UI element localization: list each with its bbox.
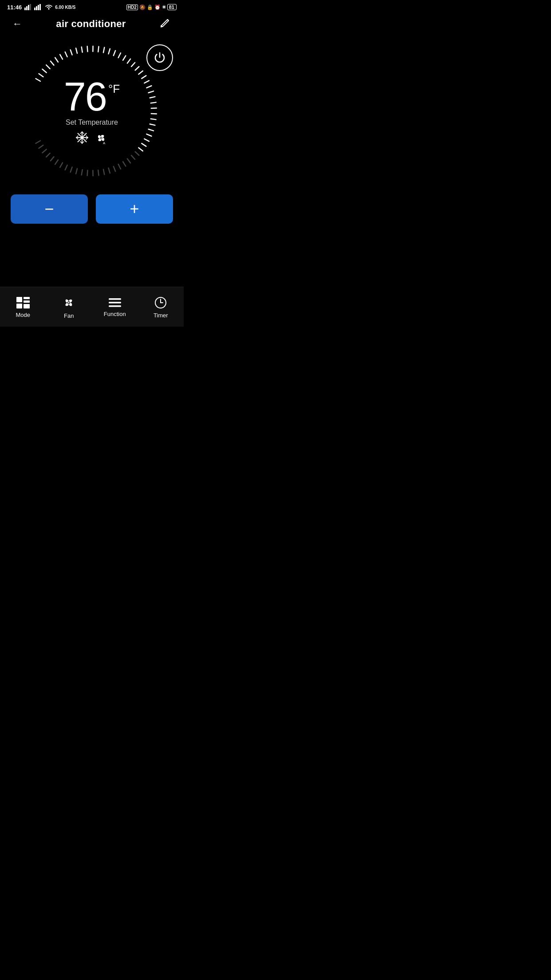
svg-line-23 <box>103 47 104 53</box>
svg-line-27 <box>123 56 126 60</box>
svg-line-15 <box>60 55 63 59</box>
bottom-nav: Mode Fan Function Timer <box>0 287 184 327</box>
app-header: ← air conditioner <box>0 12 184 36</box>
svg-line-54 <box>103 169 104 174</box>
svg-point-90 <box>68 302 70 304</box>
svg-line-17 <box>71 50 72 55</box>
svg-rect-0 <box>24 8 26 10</box>
svg-line-41 <box>150 124 155 125</box>
svg-line-46 <box>138 148 142 151</box>
svg-line-64 <box>51 157 54 161</box>
svg-rect-88 <box>24 304 30 308</box>
svg-rect-7 <box>39 4 41 10</box>
decrease-button[interactable]: − <box>11 194 88 224</box>
nav-label-fan: Fan <box>64 312 74 319</box>
svg-rect-4 <box>34 8 35 10</box>
fan-nav-icon <box>62 296 76 310</box>
svg-line-32 <box>142 75 146 79</box>
svg-line-20 <box>87 46 88 51</box>
svg-rect-92 <box>109 302 121 304</box>
svg-line-30 <box>135 67 139 70</box>
data-speed: 6.00 KB/S <box>55 5 75 10</box>
svg-point-8 <box>48 8 50 10</box>
edit-icon <box>160 17 171 28</box>
svg-line-16 <box>65 52 67 57</box>
edit-button[interactable] <box>156 15 175 33</box>
svg-line-26 <box>118 53 121 58</box>
svg-text:A: A <box>103 141 106 145</box>
svg-line-45 <box>142 143 146 146</box>
nav-label-function: Function <box>104 311 126 317</box>
svg-line-48 <box>131 155 135 159</box>
svg-line-22 <box>98 47 98 52</box>
status-left: 11:46 6.00 KB/S <box>7 4 75 11</box>
svg-line-50 <box>123 162 126 166</box>
fan-auto-icon: A <box>94 131 108 145</box>
svg-line-18 <box>76 48 77 53</box>
svg-rect-86 <box>24 300 30 303</box>
svg-line-25 <box>114 51 115 55</box>
snowflake-icon <box>75 131 89 144</box>
status-right: HD2 🔕 🔒 ⏰ ✳ 81 <box>126 4 177 10</box>
status-bar: 11:46 6.00 KB/S HD2 🔕 🔒 ⏰ ✳ 81 <box>0 0 184 12</box>
svg-line-14 <box>55 58 58 62</box>
svg-line-51 <box>118 164 121 169</box>
svg-line-37 <box>151 103 156 103</box>
timer-icon <box>154 296 167 309</box>
svg-line-58 <box>82 170 83 175</box>
svg-rect-6 <box>38 5 39 10</box>
svg-line-42 <box>149 129 153 131</box>
svg-point-82 <box>100 138 102 139</box>
nav-item-function[interactable]: Function <box>92 293 138 321</box>
wifi-icon <box>45 4 53 10</box>
svg-line-31 <box>138 71 142 74</box>
nav-label-mode: Mode <box>16 312 30 318</box>
back-button[interactable]: ← <box>9 16 26 32</box>
svg-line-59 <box>76 169 77 174</box>
svg-line-39 <box>151 114 157 114</box>
svg-line-55 <box>98 170 98 175</box>
mode-icon <box>16 296 30 309</box>
bluetooth-icon: ✳ <box>162 4 166 10</box>
svg-line-28 <box>127 59 130 63</box>
status-time: 11:46 <box>7 4 22 11</box>
svg-line-29 <box>131 63 135 67</box>
svg-line-24 <box>109 49 110 54</box>
svg-line-38 <box>151 108 157 109</box>
hd-icon: HD2 <box>126 4 138 10</box>
svg-line-67 <box>39 145 43 148</box>
svg-rect-1 <box>26 6 28 10</box>
svg-rect-5 <box>36 6 37 10</box>
nav-label-timer: Timer <box>153 312 168 319</box>
svg-line-36 <box>150 97 155 98</box>
svg-line-62 <box>60 163 63 167</box>
mode-icons: A <box>75 131 108 145</box>
temperature-dial: 76 °F Set Temperature <box>21 40 163 182</box>
svg-line-10 <box>39 74 43 77</box>
svg-line-44 <box>144 139 149 142</box>
svg-line-40 <box>151 119 156 120</box>
svg-line-11 <box>42 69 46 73</box>
temperature-controls: − + <box>0 194 184 224</box>
svg-line-35 <box>149 91 153 93</box>
svg-rect-84 <box>16 297 22 302</box>
nav-item-timer[interactable]: Timer <box>138 292 184 322</box>
nav-item-mode[interactable]: Mode <box>0 292 46 322</box>
svg-line-63 <box>55 160 58 164</box>
svg-line-19 <box>82 47 83 52</box>
svg-line-66 <box>42 149 46 153</box>
svg-line-43 <box>146 134 151 136</box>
svg-line-53 <box>109 168 110 174</box>
svg-line-60 <box>71 167 72 172</box>
increase-button[interactable]: + <box>96 194 173 224</box>
signal-icon-2 <box>34 4 42 10</box>
nav-item-fan[interactable]: Fan <box>46 291 92 323</box>
svg-line-13 <box>51 61 54 65</box>
svg-line-52 <box>114 166 115 171</box>
svg-line-68 <box>36 141 40 143</box>
svg-rect-87 <box>16 304 22 308</box>
svg-line-65 <box>46 153 50 157</box>
set-temperature-label: Set Temperature <box>66 119 118 126</box>
svg-rect-3 <box>30 4 31 10</box>
svg-line-34 <box>146 86 151 88</box>
